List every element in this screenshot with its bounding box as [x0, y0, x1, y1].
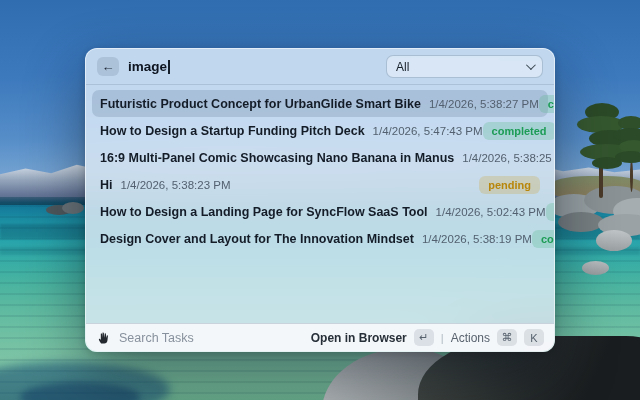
back-button[interactable]: ←: [97, 57, 119, 76]
boulder-in-water: [582, 261, 609, 275]
task-row[interactable]: How to Design a Startup Funding Pitch De…: [92, 117, 548, 144]
k-keycap: K: [524, 329, 544, 346]
filter-dropdown[interactable]: All: [386, 55, 543, 78]
text-caret: [168, 60, 170, 74]
search-input[interactable]: image: [128, 59, 170, 74]
open-in-browser-button[interactable]: Open in Browser: [311, 331, 407, 345]
chevron-down-icon: [526, 60, 536, 70]
task-row[interactable]: Futuristic Product Concept for UrbanGlid…: [92, 90, 548, 117]
task-timestamp: 1/4/2026, 5:38:19 PM: [422, 233, 532, 245]
task-title: How to Design a Startup Funding Pitch De…: [100, 124, 365, 138]
enter-keycap: ↵: [414, 329, 434, 346]
task-timestamp: 1/4/2026, 5:38:23 PM: [121, 179, 231, 191]
task-row[interactable]: 16:9 Multi-Panel Comic Showcasing Nano B…: [92, 144, 548, 171]
task-row[interactable]: How to Design a Landing Page for SyncFlo…: [92, 198, 548, 225]
boulder-in-water: [596, 230, 632, 251]
status-badge: completed: [483, 122, 555, 140]
boulder: [558, 212, 604, 232]
task-search-window: ← image All Futuristic Product Concept f…: [85, 48, 555, 352]
task-row[interactable]: Hi 1/4/2026, 5:38:23 PM pending: [92, 171, 548, 198]
status-badge: completed: [539, 95, 555, 113]
footer-actions: Open in Browser ↵ | Actions ⌘ K: [311, 329, 544, 346]
task-timestamp: 1/4/2026, 5:38:25 PM: [462, 152, 555, 164]
command-keycap: ⌘: [497, 329, 517, 346]
footer-bar: Search Tasks Open in Browser ↵ | Actions…: [86, 323, 554, 351]
search-bar: ← image All: [86, 49, 554, 85]
manus-logo-icon: [96, 330, 111, 345]
status-badge: completed: [532, 230, 555, 248]
pine-trunk: [630, 160, 633, 192]
back-arrow-icon: ←: [102, 59, 115, 74]
task-title: Hi: [100, 178, 113, 192]
task-title: 16:9 Multi-Panel Comic Showcasing Nano B…: [100, 151, 454, 165]
task-row[interactable]: Design Cover and Layout for The Innovati…: [92, 225, 548, 252]
task-title: How to Design a Landing Page for SyncFlo…: [100, 205, 428, 219]
footer-divider: |: [441, 332, 444, 344]
task-title: Futuristic Product Concept for UrbanGlid…: [100, 97, 421, 111]
status-badge: pending: [479, 176, 540, 194]
actions-button[interactable]: Actions: [451, 331, 490, 345]
filter-selected-value: All: [396, 60, 409, 74]
footer-hint-label: Search Tasks: [119, 331, 194, 345]
rock: [62, 202, 84, 214]
task-list: Futuristic Product Concept for UrbanGlid…: [86, 85, 554, 257]
pine-foliage: [615, 151, 640, 163]
task-timestamp: 1/4/2026, 5:38:27 PM: [429, 98, 539, 110]
search-query: image: [128, 59, 167, 74]
task-timestamp: 1/4/2026, 5:47:43 PM: [373, 125, 483, 137]
status-badge: completed: [546, 203, 555, 221]
task-title: Design Cover and Layout for The Innovati…: [100, 232, 414, 246]
task-timestamp: 1/4/2026, 5:02:43 PM: [436, 206, 546, 218]
